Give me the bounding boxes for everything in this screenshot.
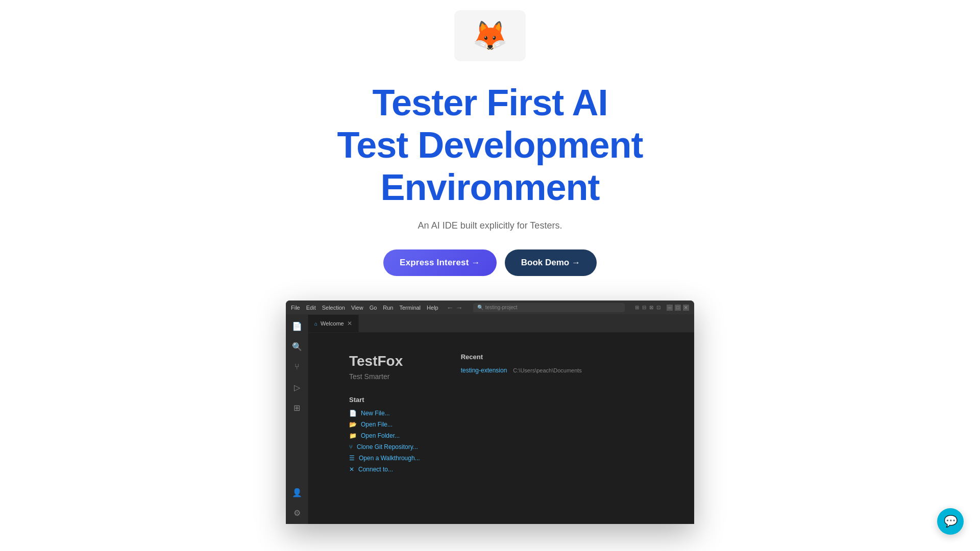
open-file-icon: 📂 — [349, 421, 357, 428]
layout-icon-2[interactable]: ⊟ — [642, 305, 646, 310]
ide-action-buttons: ⊞ ⊟ ⊠ ⊡ — [635, 305, 660, 310]
open-folder-link[interactable]: 📁 Open Folder... — [349, 432, 420, 439]
express-interest-button[interactable]: Express Interest → — [383, 249, 497, 276]
welcome-tab[interactable]: ⌂ Welcome ✕ — [308, 315, 359, 332]
source-control-icon[interactable]: ⑂ — [290, 360, 304, 374]
heading-line3: Environment — [380, 167, 599, 208]
layout-icon-3[interactable]: ⊠ — [649, 305, 653, 310]
open-walkthrough-link[interactable]: ☰ Open a Walkthrough... — [349, 455, 420, 462]
ide-start-section: TestFox Test Smarter Start 📄 New File...… — [349, 353, 420, 504]
window-controls: ─ □ ✕ — [667, 305, 689, 311]
clone-git-label: Clone Git Repository... — [357, 443, 418, 450]
nav-back[interactable]: ← — [447, 304, 454, 312]
ide-menu: File Edit Selection View Go Run Terminal… — [291, 305, 438, 311]
ide-welcome-subtitle: Test Smarter — [349, 372, 420, 381]
ide-search-bar[interactable]: 🔍 testing-project — [473, 303, 625, 312]
recent-item-0[interactable]: testing-extension C:\Users\peach\Documen… — [461, 367, 582, 374]
recent-item-name: testing-extension — [461, 367, 507, 374]
close-button[interactable]: ✕ — [683, 305, 689, 311]
page-container: 🦊 Tester First AI Test Development Envir… — [0, 0, 980, 524]
main-heading: Tester First AI Test Development Environ… — [337, 82, 643, 208]
new-file-icon: 📄 — [349, 410, 357, 417]
open-folder-icon: 📁 — [349, 432, 357, 439]
ide-welcome-content: TestFox Test Smarter Start 📄 New File...… — [308, 333, 694, 524]
search-project-name: testing-project — [485, 305, 518, 310]
search-icon: 🔍 — [477, 305, 483, 310]
cta-buttons: Express Interest → Book Demo → — [383, 249, 597, 276]
menu-run[interactable]: Run — [383, 305, 393, 311]
connect-to-label: Connect to... — [358, 466, 393, 473]
ide-welcome-title: TestFox — [349, 353, 420, 369]
account-icon[interactable]: 👤 — [290, 485, 304, 499]
recent-section-label: Recent — [461, 353, 582, 361]
menu-selection[interactable]: Selection — [322, 305, 345, 311]
ide-recent-section: Recent testing-extension C:\Users\peach\… — [461, 353, 582, 504]
ide-tabs-bar: ⌂ Welcome ✕ — [308, 315, 694, 333]
tab-label: Welcome — [321, 320, 344, 327]
tab-icon: ⌂ — [314, 321, 317, 327]
heading-line2: Test Development — [337, 124, 643, 165]
connect-to-link[interactable]: ✕ Connect to... — [349, 466, 420, 473]
extensions-icon[interactable]: ⊞ — [290, 400, 304, 415]
open-file-label: Open File... — [361, 421, 393, 428]
ide-titlebar: File Edit Selection View Go Run Terminal… — [286, 300, 694, 315]
chat-widget[interactable]: 💬 — [937, 508, 964, 535]
layout-icon-1[interactable]: ⊞ — [635, 305, 639, 310]
tab-close-button[interactable]: ✕ — [347, 320, 352, 327]
chat-icon: 💬 — [944, 515, 958, 528]
explorer-icon[interactable]: 📄 — [290, 319, 304, 333]
hero-subtitle: An AI IDE built explicitly for Testers. — [418, 220, 562, 231]
debug-icon[interactable]: ▷ — [290, 380, 304, 394]
layout-icon-4[interactable]: ⊡ — [656, 305, 660, 310]
open-file-link[interactable]: 📂 Open File... — [349, 421, 420, 428]
nav-forward[interactable]: → — [456, 304, 463, 312]
ide-navigation: ← → — [447, 304, 463, 312]
logo-container: 🦊 — [454, 10, 526, 61]
recent-item-path: C:\Users\peach\Documents — [513, 367, 582, 373]
activity-bar: 📄 🔍 ⑂ ▷ ⊞ 👤 ⚙ — [286, 315, 308, 524]
fox-logo: 🦊 — [472, 21, 508, 50]
ide-screenshot: File Edit Selection View Go Run Terminal… — [286, 300, 694, 524]
new-file-label: New File... — [361, 410, 390, 417]
settings-icon[interactable]: ⚙ — [290, 506, 304, 520]
new-file-link[interactable]: 📄 New File... — [349, 410, 420, 417]
open-walkthrough-icon: ☰ — [349, 455, 355, 462]
menu-help[interactable]: Help — [427, 305, 438, 311]
ide-main-area: ⌂ Welcome ✕ TestFox Test Smarter Start 📄… — [308, 315, 694, 524]
menu-edit[interactable]: Edit — [306, 305, 316, 311]
heading-line1: Tester First AI — [372, 82, 607, 123]
menu-view[interactable]: View — [351, 305, 363, 311]
connect-to-icon: ✕ — [349, 466, 354, 473]
menu-terminal[interactable]: Terminal — [400, 305, 421, 311]
open-folder-label: Open Folder... — [361, 432, 400, 439]
book-demo-button[interactable]: Book Demo → — [505, 249, 597, 276]
menu-file[interactable]: File — [291, 305, 300, 311]
open-walkthrough-label: Open a Walkthrough... — [359, 455, 420, 462]
clone-git-link[interactable]: ⑂ Clone Git Repository... — [349, 443, 420, 450]
menu-go[interactable]: Go — [370, 305, 377, 311]
search-activity-icon[interactable]: 🔍 — [290, 339, 304, 354]
ide-body: 📄 🔍 ⑂ ▷ ⊞ 👤 ⚙ ⌂ Welcome ✕ — [286, 315, 694, 524]
maximize-button[interactable]: □ — [675, 305, 681, 311]
clone-git-icon: ⑂ — [349, 443, 353, 450]
start-section-label: Start — [349, 396, 420, 404]
minimize-button[interactable]: ─ — [667, 305, 673, 311]
